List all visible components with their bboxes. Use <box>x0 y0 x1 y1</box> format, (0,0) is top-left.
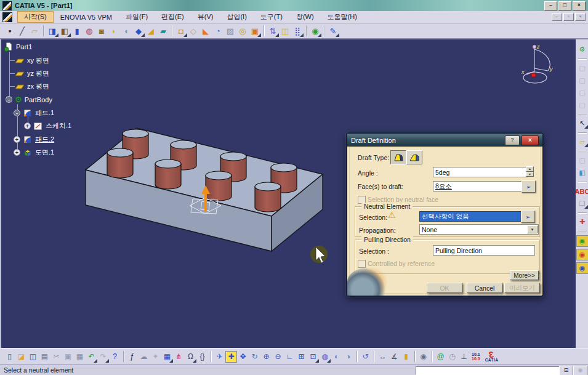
pulling-selection-input[interactable]: Pulling Direction <box>433 245 535 256</box>
translation-icon[interactable]: ⇅ <box>267 25 279 37</box>
zoom-in-icon[interactable]: ⊕ <box>260 351 272 363</box>
neutral-selection-picker-icon[interactable]: ➢ <box>521 211 535 223</box>
cancel-button[interactable]: Cancel <box>467 283 502 293</box>
fly-mode-icon[interactable]: ✈ <box>214 351 225 363</box>
tree-item-yz-plane[interactable]: yz 평면 <box>15 68 49 79</box>
undo-icon[interactable]: ↶ <box>86 351 97 363</box>
pointer-clock-icon[interactable]: ◷ <box>446 351 458 363</box>
pad-icon[interactable]: ◨ <box>46 25 58 37</box>
controlled-checkbox[interactable] <box>358 260 366 268</box>
plane-icon[interactable]: ▱ <box>28 25 41 37</box>
preview-button[interactable]: 미리보기 <box>504 283 540 293</box>
shading-icon[interactable]: ◍ <box>319 351 331 363</box>
shell-icon[interactable]: ◔ <box>212 25 224 37</box>
capture-green-icon[interactable]: ◉ <box>576 235 588 247</box>
expander-icon[interactable]: + <box>14 149 20 156</box>
sketcher-icon-dropdown[interactable] <box>336 33 339 37</box>
remove-face-icon-dropdown[interactable] <box>257 33 261 37</box>
draft-angle-icon[interactable]: ◣ <box>199 25 212 37</box>
boolean-icon[interactable]: ◉ <box>309 25 321 37</box>
propagation-dropdown[interactable]: None▼ <box>419 224 539 235</box>
angle-input[interactable]: 5deg <box>433 167 528 177</box>
mdi-restore-icon[interactable]: ▫ <box>563 13 574 21</box>
sketcher-icon[interactable]: ✎ <box>327 25 339 37</box>
measure-item-icon[interactable]: ∡ <box>389 351 400 363</box>
menu-item-file[interactable]: 파일(F) <box>119 11 155 23</box>
tree-item-pad2[interactable]: + 패드.2 <box>14 134 54 145</box>
tree-item-sketch1[interactable]: + 스케치.1 <box>24 121 71 131</box>
rotate-icon[interactable]: ↻ <box>249 351 260 363</box>
partbody-tool-icon[interactable]: ⚙ <box>577 44 588 55</box>
command-input[interactable] <box>416 366 560 375</box>
capture-icon[interactable]: ◉ <box>417 351 429 363</box>
menu-item-start[interactable]: 시작(S) <box>17 11 54 23</box>
shaft-icon[interactable]: ▮ <box>71 25 83 37</box>
iso-view-icon[interactable]: ⊡ <box>307 351 319 363</box>
relations-icon[interactable]: ⋔ <box>173 351 185 363</box>
design-table-icon[interactable]: ▦ <box>161 351 173 363</box>
zoom-out-icon[interactable]: ⊖ <box>272 351 284 363</box>
whats-this-icon[interactable]: ? <box>109 351 121 363</box>
menu-item-edit[interactable]: 편집(E) <box>155 11 191 23</box>
thickness-icon[interactable]: ▨ <box>224 25 236 37</box>
dialog-close-icon[interactable]: × <box>522 135 539 145</box>
boolean-icon-dropdown[interactable] <box>318 33 321 37</box>
tool-disabled-icon-3[interactable]: ▢ <box>577 87 588 98</box>
menu-item-insert[interactable]: 삽입(I) <box>220 11 253 23</box>
fillet-icon[interactable]: ◘ <box>175 25 187 37</box>
print-icon[interactable]: ▤ <box>39 351 50 363</box>
angle-spinner[interactable]: ▲▼ <box>526 166 534 177</box>
tool-disabled-icon-5[interactable]: ▢ <box>577 155 588 166</box>
remove-face-icon[interactable]: ▣ <box>249 25 261 37</box>
sketch-tool-icon-dropdown[interactable] <box>584 143 588 147</box>
draft-type-variable-button[interactable] <box>406 150 422 164</box>
flag-note-icon-dropdown[interactable] <box>584 205 588 209</box>
formula-icon[interactable]: ƒ <box>126 351 138 363</box>
tree-item-draft1[interactable]: + 도면.1 <box>14 147 54 158</box>
dialog-help-icon[interactable]: ? <box>505 135 520 145</box>
spinner-up-icon[interactable]: ▲ <box>526 166 534 172</box>
tree-item-zx-plane[interactable]: zx 평면 <box>15 81 49 92</box>
draft-type-constant-button[interactable] <box>390 150 406 164</box>
view-compass[interactable]: z y x <box>521 44 553 83</box>
faces-input[interactable]: 8요소 <box>433 181 522 192</box>
groove-icon[interactable]: ◍ <box>83 25 95 37</box>
menu-item-view[interactable]: 뷰(V) <box>191 11 220 23</box>
faces-picker-icon[interactable]: ➢ <box>522 180 536 193</box>
line-icon[interactable]: ╱ <box>16 25 28 37</box>
copy-icon[interactable]: ▣ <box>62 351 74 363</box>
menu-item-help[interactable]: 도움말(H) <box>321 11 364 23</box>
mirror-icon[interactable]: ◫ <box>279 25 291 37</box>
expander-icon[interactable]: + <box>24 123 31 129</box>
swirl-icon[interactable]: @ <box>435 351 446 363</box>
axis-system-icon[interactable]: ⊥ <box>458 351 470 363</box>
hole-icon[interactable]: ◙ <box>95 25 108 37</box>
pocket-icon[interactable]: ◧ <box>58 25 71 37</box>
ok-button[interactable]: OK <box>427 283 462 293</box>
tool-disabled-icon-1[interactable]: ▢ <box>577 63 588 73</box>
select-arrow-icon-dropdown[interactable] <box>584 125 588 129</box>
multi-view-icon[interactable]: ⊞ <box>296 351 307 363</box>
turntable-icon[interactable]: ↺ <box>360 351 371 363</box>
lock-icon[interactable]: Ω <box>185 351 196 363</box>
maximize-icon[interactable]: □ <box>558 1 571 10</box>
redo-icon[interactable]: ↷ <box>97 351 109 363</box>
select-arrow-icon[interactable]: ↖ <box>577 118 588 129</box>
new-file-icon[interactable]: ▯ <box>4 351 15 363</box>
measure-between-icon[interactable]: ↔ <box>377 351 389 363</box>
mdi-minimize-icon[interactable]: – <box>552 13 562 21</box>
neutral-selection-input[interactable]: 선택사항이 없음 <box>419 211 523 222</box>
mass-properties-icon[interactable]: ▮ <box>400 351 412 363</box>
fit-all-icon[interactable]: ✚ <box>225 351 237 363</box>
menu-item-tools[interactable]: 도구(T) <box>254 11 289 23</box>
stiffener-icon[interactable]: ◢ <box>145 25 157 37</box>
point-icon[interactable]: ▪ <box>4 25 16 37</box>
paste-icon[interactable]: ▦ <box>74 351 86 363</box>
capture-red-icon[interactable]: ◉ <box>576 249 588 260</box>
sketch-tool-icon[interactable]: ▱ <box>577 137 588 147</box>
comment-icon[interactable]: ☁ <box>138 351 150 363</box>
menu-item-enovia[interactable]: ENOVIA V5 VPM <box>54 12 119 22</box>
minimize-icon[interactable]: – <box>544 1 557 10</box>
save-icon[interactable]: ◫ <box>27 351 39 363</box>
slot-icon[interactable]: ◖ <box>120 25 132 37</box>
